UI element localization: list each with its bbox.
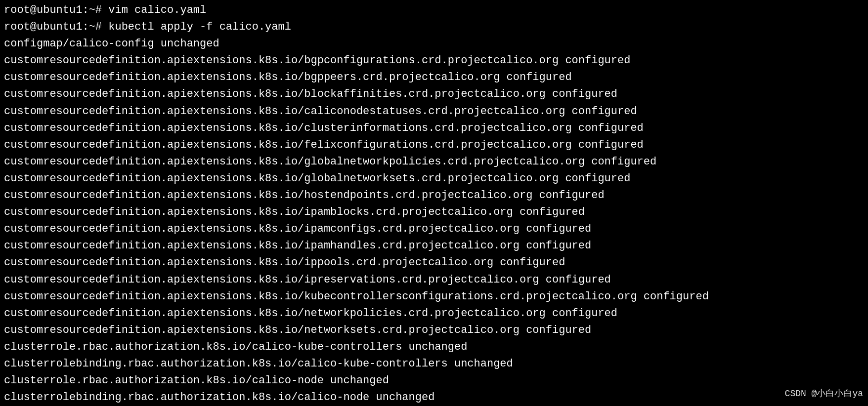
terminal-line: customresourcedefinition.apiextensions.k… [4,254,864,271]
terminal-line: customresourcedefinition.apiextensions.k… [4,187,864,204]
terminal-line: root@ubuntu1:~# kubectl apply -f calico.… [4,19,864,36]
terminal-line: customresourcedefinition.apiextensions.k… [4,120,864,137]
terminal-line: customresourcedefinition.apiextensions.k… [4,305,864,322]
terminal-line: customresourcedefinition.apiextensions.k… [4,288,864,305]
terminal-line: customresourcedefinition.apiextensions.k… [4,322,864,339]
terminal-line: customresourcedefinition.apiextensions.k… [4,52,864,69]
watermark: CSDN @小白小白ya [785,387,863,401]
terminal: root@ubuntu1:~# vim calico.yamlroot@ubun… [0,0,868,406]
terminal-line: customresourcedefinition.apiextensions.k… [4,238,864,254]
terminal-line: configmap/calico-config unchanged [4,36,864,52]
terminal-line: clusterrole.rbac.authorization.k8s.io/ca… [4,372,864,389]
terminal-line: customresourcedefinition.apiextensions.k… [4,69,864,86]
terminal-line: customresourcedefinition.apiextensions.k… [4,272,864,288]
terminal-line: clusterrole.rbac.authorization.k8s.io/ca… [4,339,864,356]
terminal-line: clusterrolebinding.rbac.authorization.k8… [4,389,864,406]
terminal-line: customresourcedefinition.apiextensions.k… [4,86,864,103]
terminal-line: root@ubuntu1:~# vim calico.yaml [4,2,864,19]
terminal-line: customresourcedefinition.apiextensions.k… [4,221,864,238]
terminal-line: clusterrolebinding.rbac.authorization.k8… [4,356,864,372]
terminal-line: customresourcedefinition.apiextensions.k… [4,154,864,170]
terminal-line: customresourcedefinition.apiextensions.k… [4,103,864,120]
terminal-line: customresourcedefinition.apiextensions.k… [4,204,864,221]
terminal-line: customresourcedefinition.apiextensions.k… [4,170,864,187]
terminal-line: customresourcedefinition.apiextensions.k… [4,137,864,154]
